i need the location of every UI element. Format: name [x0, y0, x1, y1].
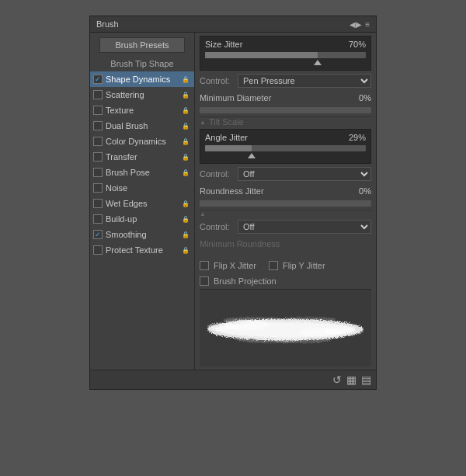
angle-jitter-track[interactable] — [205, 145, 366, 151]
menu-icon[interactable]: ≡ — [365, 20, 370, 29]
size-jitter-value: 70% — [349, 40, 366, 49]
brush-presets-button[interactable]: Brush Presets — [99, 37, 185, 53]
menu-item-shape-dynamics[interactable]: ✓Shape Dynamics🔒 — [90, 71, 194, 87]
checkbox-texture[interactable] — [93, 106, 103, 115]
min-roundness-row: Minimum Roundness — [200, 236, 371, 252]
roundness-jitter-row: Roundness Jitter 0% — [200, 183, 371, 199]
checkbox-dual-brush[interactable] — [93, 121, 103, 130]
svg-point-7 — [350, 326, 353, 329]
checkbox-brush-pose[interactable] — [93, 168, 103, 177]
lock-icon-color-dynamics: 🔒 — [182, 138, 190, 145]
flip-x-checkbox[interactable] — [200, 261, 209, 270]
brush-projection-row: Brush Projection — [200, 276, 371, 286]
lock-icon-dual-brush: 🔒 — [182, 123, 190, 130]
flip-x-label: Flip X Jitter — [214, 261, 256, 270]
menu-label-noise: Noise — [106, 183, 127, 193]
brush-stroke-svg — [200, 290, 371, 367]
menu-item-scattering[interactable]: Scattering🔒 — [90, 87, 194, 102]
menu-item-brush-pose[interactable]: Brush Pose🔒 — [90, 165, 194, 180]
lock-icon-texture: 🔒 — [182, 107, 190, 114]
checkbox-transfer[interactable] — [93, 152, 103, 162]
right-panel: Size Jitter 70% Control: Pen Pressure — [195, 33, 376, 370]
collapse-icon[interactable]: ◀▶ — [350, 20, 362, 29]
toolbar-icon-3[interactable]: ▤ — [361, 374, 371, 386]
angle-jitter-thumb[interactable] — [248, 153, 256, 158]
flip-y-checkbox[interactable] — [269, 261, 278, 270]
brush-projection-label: Brush Projection — [214, 276, 276, 286]
menu-item-build-up[interactable]: Build-up🔒 — [90, 211, 194, 227]
roundness-jitter-track[interactable] — [200, 200, 371, 207]
menu-item-transfer[interactable]: Transfer🔒 — [90, 149, 194, 165]
lock-icon-protect-texture: 🔒 — [182, 247, 190, 254]
panel-body: Brush Presets Brush Tip Shape ✓Shape Dyn… — [90, 33, 376, 370]
roundness-divider: ▲ — [200, 210, 371, 217]
checkbox-wet-edges[interactable] — [93, 199, 103, 208]
min-diameter-value: 0% — [348, 93, 371, 102]
size-jitter-slider-container: Size Jitter 70% — [200, 36, 371, 71]
lock-icon-smoothing: 🔒 — [182, 231, 190, 238]
roundness-control-select[interactable]: Off — [238, 220, 371, 234]
menu-item-noise[interactable]: Noise — [90, 180, 194, 196]
size-jitter-control-row: Control: Pen Pressure — [200, 74, 371, 88]
flip-y-label: Flip Y Jitter — [283, 261, 325, 270]
menu-items-list: ✓Shape Dynamics🔒Scattering🔒Texture🔒Dual … — [90, 71, 194, 258]
min-diameter-row: Minimum Diameter 0% — [200, 90, 371, 106]
menu-label-protect-texture: Protect Texture — [106, 245, 163, 255]
lock-icon-shape-dynamics: 🔒 — [182, 76, 190, 83]
min-diameter-track[interactable] — [200, 107, 371, 113]
checkbox-protect-texture[interactable] — [93, 245, 103, 255]
checkbox-noise[interactable] — [93, 183, 103, 193]
angle-jitter-control-select[interactable]: Off — [238, 167, 371, 181]
svg-point-8 — [210, 325, 213, 328]
menu-label-build-up: Build-up — [106, 214, 137, 224]
lock-icon-build-up: 🔒 — [182, 216, 190, 223]
size-jitter-fill — [205, 52, 318, 58]
angle-jitter-control-label: Control: — [200, 169, 235, 179]
brush-preview — [200, 289, 371, 367]
menu-item-texture[interactable]: Texture🔒 — [90, 102, 194, 118]
checkbox-smoothing[interactable]: ✓ — [93, 230, 103, 239]
roundness-control-label: Control: — [200, 222, 235, 231]
menu-label-shape-dynamics: Shape Dynamics — [106, 75, 170, 84]
titlebar-icons: ◀▶ ≡ — [350, 20, 370, 29]
angle-jitter-label: Angle Jitter — [205, 133, 248, 142]
lock-icon-wet-edges: 🔒 — [182, 200, 190, 207]
toolbar-icon-2[interactable]: ▦ — [346, 374, 356, 386]
menu-item-protect-texture[interactable]: Protect Texture🔒 — [90, 242, 194, 258]
checkbox-shape-dynamics[interactable]: ✓ — [93, 75, 103, 84]
menu-item-wet-edges[interactable]: Wet Edges🔒 — [90, 196, 194, 211]
angle-jitter-slider-container: Angle Jitter 29% — [200, 129, 371, 164]
menu-item-smoothing[interactable]: ✓Smoothing🔒 — [90, 227, 194, 242]
min-diameter-label: Minimum Diameter — [200, 93, 348, 102]
bottom-toolbar: ↺ ▦ ▤ — [90, 370, 376, 389]
roundness-arrow: ▲ — [200, 210, 206, 217]
lock-icon-brush-pose: 🔒 — [182, 169, 190, 176]
menu-item-dual-brush[interactable]: Dual Brush🔒 — [90, 118, 194, 134]
menu-label-wet-edges: Wet Edges — [106, 199, 148, 208]
angle-jitter-value: 29% — [349, 133, 366, 142]
panel-title: Brush — [96, 19, 119, 29]
left-panel: Brush Presets Brush Tip Shape ✓Shape Dyn… — [90, 33, 195, 370]
checkbox-color-dynamics[interactable] — [93, 137, 103, 146]
brush-projection-checkbox[interactable] — [200, 276, 209, 286]
roundness-jitter-value: 0% — [348, 186, 371, 196]
svg-point-11 — [281, 317, 336, 321]
menu-item-color-dynamics[interactable]: Color Dynamics🔒 — [90, 134, 194, 149]
toolbar-icon-1[interactable]: ↺ — [332, 374, 342, 386]
min-roundness-label: Minimum Roundness — [200, 239, 280, 248]
checkbox-scattering[interactable] — [93, 90, 103, 99]
menu-label-smoothing: Smoothing — [106, 230, 147, 239]
angle-jitter-control-row: Control: Off — [200, 167, 371, 181]
size-jitter-thumb[interactable] — [314, 60, 322, 65]
roundness-control-row: Control: Off — [200, 220, 371, 234]
flip-x-row: Flip X Jitter — [200, 261, 256, 270]
tilt-scale-label: Tilt Scale — [209, 117, 244, 127]
svg-point-5 — [299, 328, 343, 338]
checkbox-build-up[interactable] — [93, 214, 103, 224]
flip-y-row: Flip Y Jitter — [269, 261, 325, 270]
roundness-jitter-label: Roundness Jitter — [200, 186, 348, 196]
size-jitter-control-select[interactable]: Pen Pressure — [238, 74, 371, 88]
svg-point-10 — [223, 317, 285, 323]
menu-label-texture: Texture — [106, 106, 134, 115]
size-jitter-track[interactable] — [205, 52, 366, 58]
